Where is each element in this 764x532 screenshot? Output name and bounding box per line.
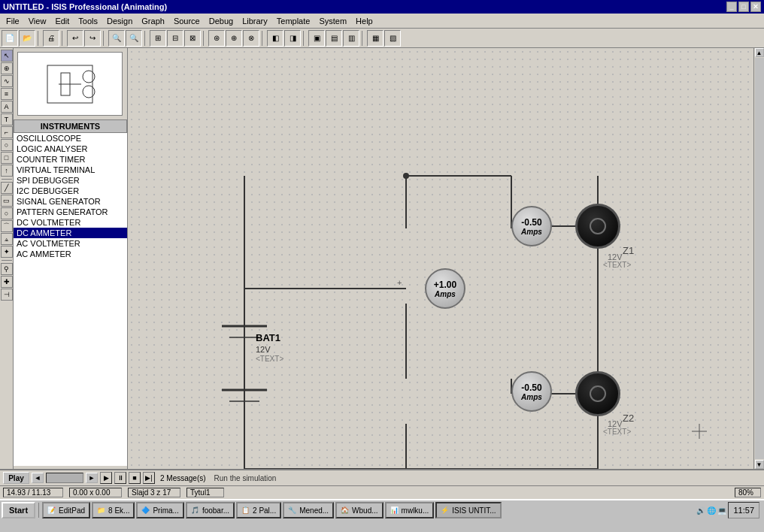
scroll-right-btn[interactable]: ►: [86, 473, 98, 483]
tb4[interactable]: ⊛: [208, 30, 225, 47]
instrument-oscilloscope[interactable]: OSCILLOSCOPE: [14, 133, 127, 144]
instrument-ac-ammeter[interactable]: AC AMMETER: [14, 249, 127, 259]
thumbnail-svg: [32, 58, 108, 110]
menu-debug[interactable]: Debug: [205, 15, 238, 27]
open-btn[interactable]: 📂: [19, 30, 35, 47]
marker-tool[interactable]: ✚: [1, 276, 13, 288]
menu-help[interactable]: Help: [351, 15, 377, 27]
ammeter-main-unit: Amps: [435, 290, 456, 298]
menu-edit[interactable]: Edit: [50, 15, 74, 27]
ammeter-bottom[interactable]: -0.50 Amps: [511, 371, 552, 412]
power-tool[interactable]: ↑: [1, 165, 13, 177]
scroll-position[interactable]: [46, 473, 83, 483]
zoom-out-btn[interactable]: 🔍: [126, 30, 142, 47]
scroll-up-btn[interactable]: ▲: [755, 48, 764, 57]
dimension-tool[interactable]: ⊣: [1, 289, 13, 301]
tb9[interactable]: ▣: [308, 30, 325, 47]
title-display: Tytul1: [186, 488, 224, 497]
rect-tool[interactable]: ▭: [1, 195, 13, 207]
zoom-in-btn[interactable]: 🔍: [108, 30, 125, 47]
instrument-dc-voltmeter[interactable]: DC VOLTMETER: [14, 217, 127, 228]
tb11[interactable]: ▥: [343, 30, 359, 47]
status-bar: 14.93 / 11.13 0.00 x 0.00 Slajd 3 z 17 T…: [0, 485, 764, 499]
undo-btn[interactable]: ↩: [67, 30, 83, 47]
task-2pal[interactable]: 📋 2 Pal...: [236, 502, 281, 518]
text-tool[interactable]: T: [1, 113, 13, 125]
instrument-pattern-generator[interactable]: PATTERN GENERATOR: [14, 207, 127, 217]
battery-voltage: 12V: [256, 345, 271, 354]
redo-btn[interactable]: ↪: [84, 30, 101, 47]
tb3[interactable]: ⊠: [184, 30, 201, 47]
tb13[interactable]: ▧: [384, 30, 401, 47]
instrument-dc-ammeter[interactable]: DC AMMETER: [14, 228, 127, 238]
bulb-bottom[interactable]: [575, 371, 620, 416]
menu-view[interactable]: View: [24, 15, 51, 27]
label-tool[interactable]: A: [1, 101, 13, 113]
menu-graph[interactable]: Graph: [137, 15, 169, 27]
play-label[interactable]: Play: [3, 472, 29, 484]
symbol-tool[interactable]: ✦: [1, 246, 13, 258]
task-mened[interactable]: 🔧 Mened...: [283, 502, 334, 518]
menu-design[interactable]: Design: [102, 15, 137, 27]
tb12[interactable]: ▦: [367, 30, 384, 47]
tb5[interactable]: ⊕: [226, 30, 242, 47]
arc-tool[interactable]: ⌒: [1, 220, 13, 232]
sim-play-btn[interactable]: ▶: [100, 472, 112, 484]
print-btn[interactable]: 🖨: [43, 30, 59, 47]
component-tool[interactable]: ⊕: [1, 62, 13, 74]
tb7[interactable]: ◧: [267, 30, 283, 47]
instrument-signal-generator[interactable]: SIGNAL GENERATOR: [14, 196, 127, 207]
start-button[interactable]: Start: [2, 502, 35, 518]
line-tool[interactable]: ╱: [1, 182, 13, 194]
bus-tool[interactable]: ≡: [1, 88, 13, 100]
instrument-counter-timer[interactable]: COUNTER TIMER: [14, 154, 127, 165]
task-8ek[interactable]: 📁 8 Ek...: [92, 502, 135, 518]
menu-system[interactable]: System: [314, 15, 351, 27]
menu-source[interactable]: Source: [169, 15, 205, 27]
task-editpad[interactable]: 📝 EditPad: [42, 502, 90, 518]
bus-entry-tool[interactable]: ⌐: [1, 126, 13, 138]
tb2[interactable]: ⊟: [167, 30, 183, 47]
ammeter-main[interactable]: +1.00 Amps: [425, 268, 465, 309]
wire-tool[interactable]: ∿: [1, 75, 13, 87]
instrument-virtual-terminal[interactable]: VIRTUAL TERMINAL: [14, 165, 127, 175]
new-btn[interactable]: 📄: [2, 30, 18, 47]
scroll-left-btn[interactable]: ◄: [32, 473, 44, 483]
probe-tool[interactable]: ⚲: [1, 263, 13, 275]
bulb2-text: <TEXT>: [603, 428, 631, 436]
pointer-tool[interactable]: ↖: [1, 50, 13, 62]
menu-library[interactable]: Library: [238, 15, 272, 27]
pin-tool[interactable]: ○: [1, 139, 13, 151]
bulb-top[interactable]: [575, 204, 620, 249]
scroll-down-btn[interactable]: ▼: [755, 460, 764, 469]
menu-template[interactable]: Template: [272, 15, 315, 27]
menu-tools[interactable]: Tools: [74, 15, 102, 27]
task-mwlku[interactable]: 📊 mwlku...: [385, 502, 435, 518]
sim-stop-btn[interactable]: ■: [129, 472, 141, 484]
maximize-button[interactable]: □: [738, 2, 749, 12]
sim-step-btn[interactable]: ▶|: [143, 472, 155, 484]
instrument-ac-voltmeter[interactable]: AC VOLTMETER: [14, 238, 127, 249]
menu-file[interactable]: File: [2, 15, 24, 27]
sim-pause-btn[interactable]: ⏸: [114, 472, 126, 484]
canvas[interactable]: + - + - + - BAT1: [128, 48, 753, 469]
instrument-spi-debugger[interactable]: SPI DEBUGGER: [14, 175, 127, 186]
tb6[interactable]: ⊗: [243, 30, 259, 47]
minimize-button[interactable]: _: [726, 2, 737, 12]
circle-tool[interactable]: ○: [1, 207, 13, 219]
instrument-logic-analyser[interactable]: LOGIC ANALYSER: [14, 144, 127, 154]
close-button[interactable]: ✕: [750, 2, 761, 12]
tb1[interactable]: ⊞: [150, 30, 166, 47]
task-foobar[interactable]: 🎵 foobar...: [186, 502, 235, 518]
task-isis[interactable]: ⚡ ISIS UNTIT...: [435, 502, 501, 518]
task-wbud[interactable]: 🏠 Wbud...: [335, 502, 383, 518]
instrument-i2c-debugger[interactable]: I2C DEBUGGER: [14, 186, 127, 196]
tb8[interactable]: ◨: [284, 30, 301, 47]
ammeter-top[interactable]: -0.50 Amps: [511, 206, 552, 246]
left-section: ↖ ⊕ ∿ ≡ A T ⌐ ○ □ ↑ ╱ ▭ ○ ⌒ ⟁ ✦ ⚲ ✚ ⊣: [0, 48, 128, 469]
task-prima[interactable]: 🔷 Prima...: [136, 502, 183, 518]
right-scrollbar[interactable]: ▲ ▼: [753, 48, 764, 469]
tb10[interactable]: ▤: [326, 30, 342, 47]
path-tool[interactable]: ⟁: [1, 233, 13, 245]
port-tool[interactable]: □: [1, 152, 13, 164]
